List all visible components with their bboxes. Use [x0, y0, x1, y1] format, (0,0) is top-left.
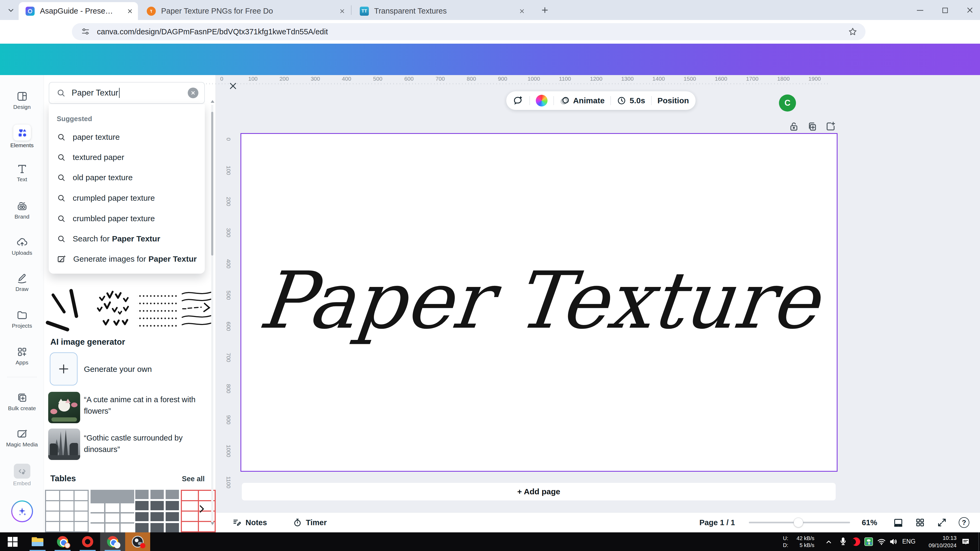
ruler-horizontal-ticks [206, 83, 830, 84]
url-text: canva.com/design/DAGPmFasnPE/bdVQtx371kf… [97, 27, 328, 36]
tab-close-icon[interactable] [339, 8, 345, 14]
sidebar-item-projects[interactable]: Projects [0, 309, 44, 329]
design-page[interactable]: Paper Texture [240, 133, 838, 472]
app-tray-icon[interactable] [864, 537, 873, 546]
opera-taskbar-icon[interactable] [75, 532, 100, 551]
notes-button[interactable]: Notes [232, 518, 267, 527]
window-minimize-button[interactable] [916, 9, 924, 12]
tab-close-icon[interactable] [127, 8, 133, 14]
tab-canva[interactable]: AsapGuide - Presentation [19, 2, 138, 20]
duration-button[interactable]: 5.0s [617, 96, 645, 105]
zoom-slider-thumb[interactable] [794, 518, 803, 527]
start-button[interactable] [0, 532, 25, 551]
network-speed-readout: U:42 kB/s D:5 kB/s [783, 535, 815, 549]
wavy-arrow-thumbnail[interactable] [181, 288, 213, 330]
opera-tray-icon[interactable] [852, 537, 860, 546]
obs-taskbar-icon[interactable] [125, 532, 150, 551]
file-explorer-taskbar-icon[interactable] [25, 532, 50, 551]
table-thumbnail-filled[interactable] [135, 490, 179, 532]
panel-scrollbar[interactable] [211, 105, 213, 526]
sidebar-item-apps[interactable]: Apps [0, 346, 44, 366]
search-suggestions-dropdown: Suggested paper texture textured paper o… [49, 104, 205, 274]
generate-your-own-label[interactable]: Generate your own [84, 365, 152, 374]
brush-strokes-thumbnail[interactable] [46, 287, 89, 332]
suggestion-item[interactable]: crumbled paper texture [49, 208, 205, 229]
account-avatar[interactable]: C [779, 94, 796, 111]
help-icon[interactable]: ? [959, 517, 969, 528]
language-indicator[interactable]: ENG [902, 538, 916, 545]
volume-tray-icon[interactable] [889, 537, 899, 546]
status-bar: Notes Timer Page 1 / 1 61% [216, 513, 980, 532]
search-input[interactable]: Paper Textur [49, 82, 205, 104]
sidebar-item-text[interactable]: Text [0, 163, 44, 183]
wifi-tray-icon[interactable] [877, 537, 886, 546]
sparkle-icon [16, 506, 28, 517]
sidebar-item-embed[interactable]: Embed [0, 464, 44, 487]
zoom-level: 61% [862, 518, 877, 527]
tab-transparent-textures[interactable]: TT Transparent Textures [353, 2, 530, 20]
clock[interactable]: 10:13 09/10/2024 [919, 534, 956, 549]
tt-favicon-icon: TT [360, 7, 369, 16]
tab-close-icon[interactable] [519, 8, 525, 14]
magic-assistant-button[interactable] [11, 500, 33, 522]
bookmark-star-icon[interactable] [848, 27, 858, 37]
lock-icon[interactable] [788, 121, 799, 132]
tables-scroll-right-icon[interactable] [196, 503, 207, 514]
tray-expand-icon[interactable] [825, 538, 832, 546]
duplicate-page-icon[interactable] [807, 121, 818, 132]
dots-grid-thumbnail[interactable] [137, 291, 178, 328]
suggestion-item[interactable]: textured paper [49, 147, 205, 167]
show-desktop-sliver[interactable] [978, 532, 979, 551]
generate-your-own-button[interactable] [50, 353, 78, 386]
add-page-icon[interactable] [825, 121, 836, 132]
suggestion-item[interactable]: crumpled paper texture [49, 188, 205, 208]
position-button[interactable]: Position [657, 96, 689, 105]
presenter-view-icon[interactable] [893, 518, 903, 527]
scroll-up-icon[interactable] [210, 100, 215, 103]
sidebar-item-draw[interactable]: Draw [0, 273, 44, 292]
add-page-button[interactable]: + Add page [242, 483, 836, 500]
comment-add-icon[interactable] [513, 95, 523, 106]
tab-search-chevron-icon[interactable] [7, 6, 15, 14]
chrome-active-taskbar-icon[interactable] [100, 532, 125, 551]
tables-see-all-link[interactable]: See all [182, 475, 205, 483]
page-text-element[interactable]: Paper Texture [255, 255, 823, 346]
address-bar[interactable]: canva.com/design/DAGPmFasnPE/bdVQtx371kf… [72, 23, 865, 40]
window-maximize-button[interactable] [942, 7, 948, 14]
notification-center-icon[interactable] [961, 537, 970, 546]
prompt-card-image-cat[interactable] [48, 392, 80, 423]
prompt-card-image-castle[interactable] [48, 429, 80, 460]
fullscreen-icon[interactable] [937, 518, 947, 527]
prompt-card-caption[interactable]: “Gothic castle surrounded by dinosaurs” [84, 432, 201, 455]
brand-icon [0, 200, 44, 212]
window-close-button[interactable] [966, 6, 974, 14]
generate-images-item[interactable]: Generate images for Paper Textur [49, 249, 205, 269]
sidebar-item-design[interactable]: Design [0, 91, 44, 110]
table-thumbnail-header[interactable] [91, 490, 134, 532]
zoom-slider[interactable] [749, 522, 850, 523]
scrollbar-thumb[interactable] [211, 112, 213, 256]
sidebar-item-uploads[interactable]: Uploads [0, 237, 44, 256]
chrome-taskbar-icon[interactable] [50, 532, 75, 551]
microphone-tray-icon[interactable] [838, 537, 848, 546]
tab-vecteezy[interactable]: Paper Texture PNGs for Free Do [140, 2, 350, 20]
scroll-down-icon[interactable] [210, 522, 215, 526]
sidebar-item-magic-media[interactable]: Magic Media [0, 428, 44, 448]
site-info-icon[interactable] [81, 27, 90, 36]
timer-button[interactable]: Timer [293, 518, 327, 527]
table-thumbnail-plain[interactable] [45, 490, 89, 532]
grid-view-icon[interactable] [915, 518, 925, 527]
sidebar-item-bulk-create[interactable]: Bulk create [0, 392, 44, 411]
sidebar-item-elements[interactable]: Elements [0, 125, 44, 149]
new-tab-button[interactable] [541, 6, 549, 14]
color-wheel-icon[interactable] [536, 95, 547, 106]
checkmarks-thumbnail[interactable] [90, 287, 133, 332]
animate-button[interactable]: Animate [560, 95, 605, 106]
suggestion-item[interactable]: old paper texture [49, 167, 205, 187]
search-for-item[interactable]: Search for Paper Textur [49, 229, 205, 249]
sidebar-item-brand[interactable]: Brand [0, 200, 44, 220]
clear-search-button[interactable] [188, 87, 199, 98]
prompt-card-caption[interactable]: “A cute anime cat in a forest with flowe… [84, 394, 199, 417]
magic-media-icon [0, 428, 44, 440]
suggestion-item[interactable]: paper texture [49, 127, 205, 147]
